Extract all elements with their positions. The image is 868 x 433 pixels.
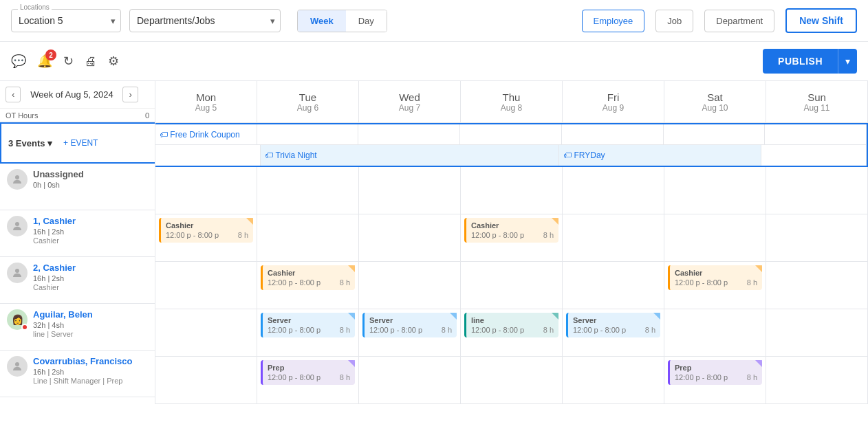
- left-sidebar: ‹ Week of Aug 5, 2024 › OT Hours 0 3 Eve…: [0, 81, 155, 404]
- event-row2-cell-6: [761, 145, 867, 166]
- week-label: Week of Aug 5, 2024: [23, 89, 120, 100]
- employee-role-1: Cashier: [33, 236, 76, 245]
- day-header-sat: SatAug 10: [664, 81, 766, 122]
- shift-card-3-3[interactable]: line 12:00 p - 8:00 p 8 h: [464, 313, 558, 337]
- shift-grid: Cashier 12:00 p - 8:00 p 8 h Cashier 12:…: [155, 167, 868, 404]
- shift-cell-0-6[interactable]: [766, 167, 868, 214]
- shift-cell-4-3[interactable]: [461, 357, 563, 403]
- group-department-button[interactable]: Department: [704, 10, 774, 32]
- toolbar: 💬 🔔 2 ↻ 🖨 ⚙ PUBLISH ▾: [0, 42, 868, 81]
- shift-cell-2-3[interactable]: [461, 262, 563, 309]
- shift-cell-1-4[interactable]: [563, 214, 664, 261]
- shift-row-0: [155, 167, 868, 214]
- employee-info-3: 👩Aguilar, Belen 32h | 4sh line | Server: [0, 304, 155, 351]
- publish-button[interactable]: PUBLISH: [763, 49, 838, 74]
- svg-point-0: [15, 175, 19, 179]
- shift-cell-2-2[interactable]: [359, 262, 461, 309]
- employee-info-2: 2, Cashier 16h | 2sh Cashier: [0, 257, 155, 304]
- department-select[interactable]: Departments/Jobs: [129, 9, 281, 32]
- shift-cell-3-1[interactable]: Server 12:00 p - 8:00 p 8 h: [257, 309, 359, 356]
- shift-card-1-0[interactable]: Cashier 12:00 p - 8:00 p 8 h: [159, 218, 253, 243]
- event-free-drink[interactable]: 🏷 Free Drink Coupon: [160, 130, 240, 140]
- employee-hours-3: 32h | 4sh: [33, 321, 93, 329]
- shift-cell-2-0[interactable]: [155, 262, 257, 309]
- location-select[interactable]: Location 5: [11, 9, 121, 32]
- shift-card-2-1[interactable]: Cashier 12:00 p - 8:00 p 8 h: [261, 265, 355, 290]
- shift-card-1-3[interactable]: Cashier 12:00 p - 8:00 p 8 h: [464, 218, 558, 243]
- svg-point-2: [15, 269, 19, 273]
- shift-cell-4-6[interactable]: [766, 357, 868, 403]
- employee-hours-0: 0h | 0sh: [33, 181, 84, 189]
- employee-role-3: line | Server: [33, 330, 93, 338]
- location-select-wrapper: Locations Location 5 ▾: [11, 9, 121, 32]
- group-job-button[interactable]: Job: [655, 10, 693, 32]
- shift-cell-3-3[interactable]: line 12:00 p - 8:00 p 8 h: [461, 309, 563, 356]
- employee-name-4[interactable]: Covarrubias, Francisco: [33, 356, 133, 366]
- shift-cell-0-4[interactable]: [563, 167, 664, 214]
- shift-card-3-2[interactable]: Server 12:00 p - 8:00 p 8 h: [362, 313, 457, 337]
- shift-cell-4-4[interactable]: [563, 357, 664, 403]
- day-view-button[interactable]: Day: [346, 10, 387, 32]
- new-shift-button[interactable]: New Shift: [785, 8, 857, 33]
- employee-avatar-1: [7, 216, 28, 236]
- shift-cell-4-5[interactable]: Prep 12:00 p - 8:00 p 8 h: [664, 357, 766, 403]
- employee-name-2[interactable]: 2, Cashier: [33, 263, 76, 273]
- shift-cell-1-6[interactable]: [766, 214, 868, 261]
- shift-cell-4-2[interactable]: [359, 357, 461, 403]
- notification-badge: 2: [45, 49, 56, 60]
- week-nav: ‹ Week of Aug 5, 2024 ›: [0, 81, 155, 108]
- employee-name-3[interactable]: Aguilar, Belen: [33, 309, 93, 320]
- shift-cell-2-1[interactable]: Cashier 12:00 p - 8:00 p 8 h: [257, 262, 359, 309]
- print-icon[interactable]: 🖨: [85, 54, 97, 69]
- shift-cell-1-0[interactable]: Cashier 12:00 p - 8:00 p 8 h: [155, 214, 257, 261]
- shift-card-3-1[interactable]: Server 12:00 p - 8:00 p 8 h: [261, 313, 355, 337]
- prev-week-button[interactable]: ‹: [6, 87, 21, 102]
- shift-row-2: Cashier 12:00 p - 8:00 p 8 h Cashier 12:…: [155, 262, 868, 309]
- shift-cell-3-2[interactable]: Server 12:00 p - 8:00 p 8 h: [359, 309, 461, 356]
- shift-cell-3-0[interactable]: [155, 309, 257, 356]
- shift-row-1: Cashier 12:00 p - 8:00 p 8 h Cashier 12:…: [155, 214, 868, 262]
- refresh-icon[interactable]: ↻: [63, 54, 74, 69]
- shift-card-4-5[interactable]: Prep 12:00 p - 8:00 p 8 h: [668, 360, 762, 385]
- shift-cell-0-3[interactable]: [461, 167, 563, 214]
- employee-name-1[interactable]: 1, Cashier: [33, 216, 76, 226]
- shift-cell-1-3[interactable]: Cashier 12:00 p - 8:00 p 8 h: [461, 214, 563, 261]
- shift-cell-3-4[interactable]: Server 12:00 p - 8:00 p 8 h: [563, 309, 664, 356]
- shift-card-3-4[interactable]: Server 12:00 p - 8:00 p 8 h: [566, 313, 660, 337]
- shift-cell-4-0[interactable]: [155, 357, 257, 403]
- next-week-button[interactable]: ›: [122, 87, 138, 102]
- top-bar: Locations Location 5 ▾ Departments/Jobs …: [0, 0, 868, 42]
- shift-cell-3-6[interactable]: [766, 309, 868, 356]
- employee-avatar-3: 👩: [7, 309, 28, 330]
- shift-card-2-5[interactable]: Cashier 12:00 p - 8:00 p 8 h: [668, 265, 762, 290]
- day-header-sun: SunAug 11: [766, 81, 868, 122]
- shift-cell-2-6[interactable]: [766, 262, 868, 309]
- shift-cell-2-4[interactable]: [563, 262, 664, 309]
- add-event-button[interactable]: + EVENT: [63, 138, 98, 148]
- shift-cell-0-1[interactable]: [257, 167, 359, 214]
- shift-card-4-1[interactable]: Prep 12:00 p - 8:00 p 8 h: [261, 360, 355, 385]
- shift-cell-1-2[interactable]: [359, 214, 461, 261]
- shift-cell-2-5[interactable]: Cashier 12:00 p - 8:00 p 8 h: [664, 262, 766, 309]
- svg-point-3: [15, 362, 19, 366]
- event-row1-cell-5: [664, 124, 766, 144]
- employee-list: Unassigned 0h | 0sh 1, Cashier 16h | 2sh…: [0, 164, 155, 397]
- shift-cell-3-5[interactable]: [664, 309, 766, 356]
- event-row1-cell-1: [257, 124, 359, 144]
- events-label[interactable]: 3 Events ▾: [8, 138, 52, 148]
- event-row2-cell-0: [155, 145, 261, 166]
- settings-icon[interactable]: ⚙: [108, 54, 119, 69]
- shift-cell-0-2[interactable]: [359, 167, 461, 214]
- shift-cell-1-5[interactable]: [664, 214, 766, 261]
- group-employee-button[interactable]: Employee: [582, 10, 645, 32]
- chat-icon[interactable]: 💬: [11, 54, 26, 69]
- employee-name-0[interactable]: Unassigned: [33, 169, 84, 179]
- shift-cell-4-1[interactable]: Prep 12:00 p - 8:00 p 8 h: [257, 357, 359, 403]
- week-view-button[interactable]: Week: [298, 10, 346, 32]
- day-headers: MonAug 5TueAug 6WedAug 7ThuAug 8FriAug 9…: [155, 81, 868, 123]
- publish-dropdown-button[interactable]: ▾: [838, 49, 857, 74]
- notifications-icon[interactable]: 🔔 2: [37, 54, 52, 69]
- shift-cell-0-0[interactable]: [155, 167, 257, 214]
- shift-cell-0-5[interactable]: [664, 167, 766, 214]
- shift-cell-1-1[interactable]: [257, 214, 359, 261]
